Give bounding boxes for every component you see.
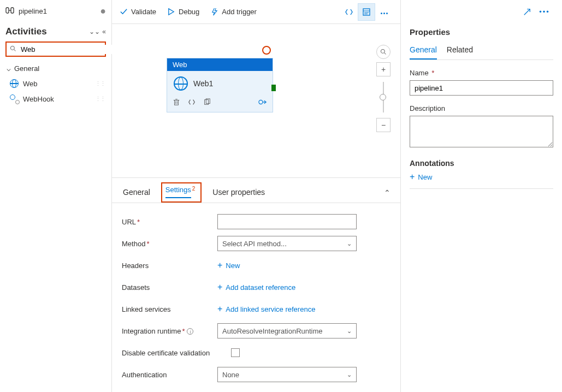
activity-node-web[interactable]: Web Web1	[167, 58, 273, 112]
drag-handle-icon[interactable]: ⋮⋮	[95, 80, 105, 87]
authentication-select[interactable]: None⌄	[217, 367, 357, 382]
activity-node-type: Web	[167, 58, 273, 71]
activities-search[interactable]	[5, 41, 106, 57]
plus-icon: +	[217, 262, 222, 269]
integration-runtime-select[interactable]: AutoResolveIntegrationRuntime⌄	[217, 323, 357, 338]
pipeline-tab[interactable]: pipeline1 ●	[0, 0, 111, 22]
code-icon[interactable]	[188, 98, 196, 108]
collapse-panel-button[interactable]: ⌃	[384, 188, 391, 197]
drag-handle-icon[interactable]: ⋮⋮	[95, 96, 105, 103]
properties-tab-related[interactable]: Related	[447, 42, 473, 60]
debug-button[interactable]: Debug	[167, 8, 199, 16]
validate-label: Validate	[131, 8, 156, 16]
properties-title: Properties	[410, 27, 553, 37]
svg-line-20	[384, 53, 386, 55]
expand-all-icon[interactable]: ⌄⌄	[89, 28, 100, 35]
copy-icon[interactable]	[203, 98, 211, 108]
add-trigger-button[interactable]: Add trigger	[210, 8, 257, 16]
delete-icon[interactable]	[173, 98, 180, 108]
output-icon[interactable]	[258, 98, 267, 108]
svg-line-4	[14, 49, 16, 51]
svg-rect-10	[175, 100, 179, 105]
svg-rect-0	[6, 8, 9, 13]
annotations-label: Annotations	[410, 159, 553, 168]
svg-point-3	[11, 46, 15, 50]
activities-tree: ⌵ General Web ⋮⋮ WebHook ⋮⋮	[0, 59, 111, 109]
activities-title: Activities	[5, 26, 47, 37]
tab-settings-badge: 2	[192, 186, 196, 192]
globe-icon	[174, 76, 188, 91]
tab-general[interactable]: General	[122, 183, 151, 202]
add-linked-service-button[interactable]: +Add linked service reference	[217, 305, 315, 313]
method-select[interactable]: Select API method...⌄	[217, 236, 357, 251]
pipeline-canvas[interactable]: Web Web1 + −	[112, 24, 400, 177]
chevron-down-icon: ⌵	[7, 64, 11, 73]
activity-item-label: WebHook	[23, 95, 54, 103]
add-trigger-label: Add trigger	[222, 8, 257, 16]
success-output-handle[interactable]	[271, 85, 276, 91]
activity-item-webhook[interactable]: WebHook ⋮⋮	[0, 91, 111, 106]
tab-settings[interactable]: Settings 2	[161, 182, 202, 203]
headers-label: Headers	[122, 262, 217, 270]
tab-user-properties[interactable]: User properties	[211, 183, 266, 202]
properties-panel: ••• Properties General Related Name * De…	[401, 0, 562, 392]
activities-group-general[interactable]: ⌵ General	[0, 61, 111, 76]
info-icon[interactable]: i	[187, 328, 193, 335]
search-icon	[10, 45, 16, 54]
code-view-button[interactable]	[340, 3, 358, 21]
pipeline-icon	[5, 6, 14, 16]
add-annotation-button[interactable]: +New	[410, 172, 553, 182]
chevron-down-icon: ⌄	[347, 371, 352, 378]
url-label: URL*	[122, 218, 217, 226]
name-label: Name *	[410, 69, 553, 77]
webhook-icon	[10, 94, 19, 103]
activity-node-name: Web1	[193, 79, 213, 88]
expand-pane-button[interactable]	[518, 3, 536, 21]
headers-new-button[interactable]: +New	[217, 262, 240, 270]
zoom-fit-button[interactable]	[376, 45, 391, 59]
plus-icon: +	[217, 283, 222, 291]
properties-toggle-button[interactable]	[358, 3, 375, 21]
svg-rect-1	[11, 8, 14, 13]
collapse-panel-icon[interactable]: «	[102, 28, 106, 35]
disable-cert-label: Disable certificate validation	[122, 349, 231, 357]
tab-settings-label: Settings	[165, 186, 191, 198]
svg-line-21	[524, 9, 530, 15]
activities-search-input[interactable]	[20, 45, 114, 54]
chevron-down-icon: ⌄	[347, 328, 352, 335]
add-dataset-button[interactable]: +Add dataset reference	[217, 283, 295, 292]
name-input[interactable]	[410, 80, 553, 96]
activity-details-tabs: General Settings 2 User properties ⌃	[112, 178, 400, 203]
description-label: Description	[410, 104, 553, 112]
disable-cert-checkbox[interactable]	[231, 348, 240, 357]
more-button[interactable]: •••	[536, 3, 553, 21]
validate-button[interactable]: Validate	[120, 8, 156, 16]
url-input[interactable]	[217, 214, 357, 229]
settings-form: URL* Method* Select API method...⌄ Heade…	[112, 203, 400, 385]
properties-tab-general[interactable]: General	[410, 42, 437, 60]
chevron-down-icon: ⌄	[347, 240, 352, 247]
activity-item-web[interactable]: Web ⋮⋮	[0, 76, 111, 91]
zoom-slider[interactable]	[383, 82, 384, 112]
svg-point-19	[381, 50, 385, 54]
globe-icon	[10, 79, 19, 88]
activities-header: Activities ⌄⌄ «	[0, 22, 111, 39]
canvas-area: Validate Debug Add trigger	[112, 0, 401, 392]
zoom-in-button[interactable]: +	[376, 62, 391, 76]
authentication-label: Authentication	[122, 371, 217, 379]
plus-icon: +	[410, 172, 415, 182]
zoom-out-button[interactable]: −	[376, 118, 391, 132]
plus-icon: +	[217, 305, 222, 313]
datasets-label: Datasets	[122, 283, 217, 292]
divider	[410, 188, 553, 189]
pipeline-toolbar: Validate Debug Add trigger	[112, 0, 400, 24]
activity-item-label: Web	[23, 80, 38, 88]
more-menu-button[interactable]	[375, 3, 393, 21]
svg-point-17	[259, 100, 263, 104]
description-textarea[interactable]	[410, 116, 553, 147]
zoom-slider-handle[interactable]	[380, 94, 386, 100]
integration-runtime-label: Integration runtime*i	[122, 327, 217, 335]
group-label: General	[14, 64, 39, 73]
properties-tabs: General Related	[410, 42, 553, 60]
activity-details-panel: General Settings 2 User properties ⌃ URL…	[112, 177, 400, 392]
